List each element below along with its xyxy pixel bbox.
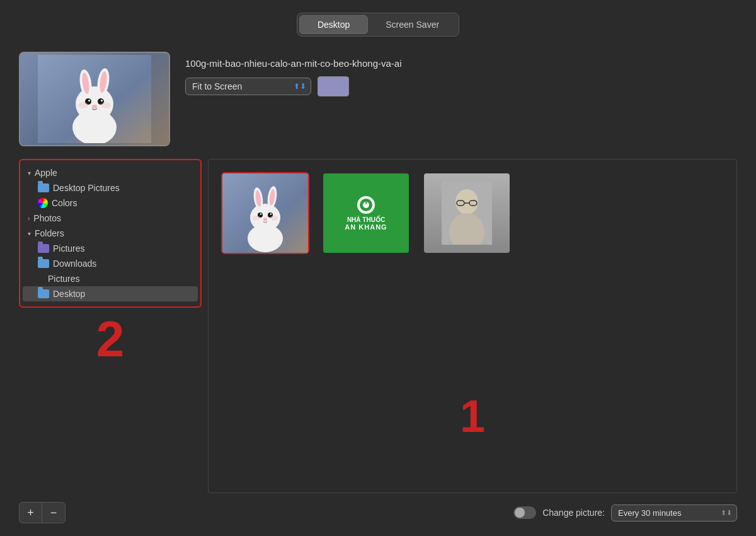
pharmacy-circle-icon — [357, 196, 375, 214]
bunny-grid-svg — [222, 173, 308, 253]
sidebar-pictures2-label: Pictures — [48, 274, 80, 284]
tab-desktop[interactable]: Desktop — [299, 15, 368, 34]
label-1: 1 — [460, 390, 485, 442]
svg-point-14 — [101, 102, 111, 108]
tab-screen-saver[interactable]: Screen Saver — [368, 15, 457, 34]
bottom-right: Change picture: Every 30 minutes Every 5… — [513, 504, 737, 521]
change-picture-row: Change picture: Every 30 minutes Every 5… — [513, 504, 737, 521]
color-swatch[interactable] — [318, 76, 349, 96]
sidebar-folders-label: Folders — [35, 228, 64, 238]
plus-minus-buttons: + − — [19, 502, 66, 523]
bottom-section: ▾ Apple Desktop Pictures Colors › Photos — [19, 159, 737, 493]
wallpaper-preview — [19, 52, 170, 146]
preview-image — [20, 53, 169, 145]
folder-downloads-icon — [38, 259, 49, 268]
sidebar-item-folders[interactable]: ▾ Folders — [23, 226, 198, 241]
colors-circle-icon — [38, 198, 48, 208]
pharmacy-line2: AN KHANG — [345, 223, 387, 231]
apple-chevron-icon: ▾ — [28, 170, 31, 177]
sidebar-item-apple[interactable]: ▾ Apple — [23, 165, 198, 180]
folder-desktop-icon — [38, 289, 49, 298]
sidebar-item-pictures[interactable]: Pictures — [23, 241, 198, 256]
sidebar-colors-label: Colors — [52, 198, 77, 208]
svg-point-28 — [253, 216, 260, 221]
svg-point-25 — [260, 213, 261, 214]
sidebar-apple-label: Apple — [35, 168, 57, 178]
svg-point-11 — [101, 100, 103, 102]
filename-label: 100g-mit-bao-nhieu-calo-an-mit-co-beo-kh… — [185, 58, 402, 69]
svg-point-33 — [455, 189, 478, 214]
sidebar-item-photos[interactable]: › Photos — [23, 211, 198, 226]
fit-select[interactable]: Fit to Screen Fill Screen Stretch to Fil… — [185, 78, 311, 95]
grid-thumb-person[interactable] — [423, 172, 511, 254]
sidebar-item-colors[interactable]: Colors — [23, 195, 198, 211]
folder-pictures-icon — [38, 244, 49, 253]
tab-bar: Desktop Screen Saver — [297, 13, 459, 37]
sidebar: ▾ Apple Desktop Pictures Colors › Photos — [19, 159, 202, 308]
sidebar-item-pictures2[interactable]: Pictures — [23, 271, 198, 286]
folders-chevron-icon: ▾ — [28, 230, 31, 237]
fit-row: Fit to Screen Fill Screen Stretch to Fil… — [185, 76, 402, 96]
folder-icon — [38, 184, 49, 192]
pharmacy-thumb-image: NHÀ THUỐC AN KHANG — [323, 173, 409, 253]
interval-select-wrapper[interactable]: Every 30 minutes Every 5 minutes Every h… — [611, 504, 737, 521]
svg-point-29 — [270, 216, 278, 221]
sidebar-downloads-label: Downloads — [53, 259, 96, 269]
pharmacy-line1: NHÀ THUỐC — [345, 216, 387, 223]
image-grid: NHÀ THUỐC AN KHANG — [208, 159, 737, 493]
sidebar-desktop-label: Desktop — [53, 289, 85, 299]
pharmacy-text: NHÀ THUỐC AN KHANG — [345, 216, 387, 231]
grid-thumb-bunny[interactable] — [221, 172, 309, 254]
svg-point-10 — [88, 100, 90, 102]
sidebar-item-desktop[interactable]: Desktop — [23, 286, 198, 301]
change-picture-label: Change picture: — [542, 508, 605, 518]
sidebar-pictures-label: Pictures — [53, 243, 85, 253]
sidebar-outer: ▾ Apple Desktop Pictures Colors › Photos — [19, 159, 202, 493]
interval-select[interactable]: Every 30 minutes Every 5 minutes Every h… — [611, 504, 737, 521]
svg-point-26 — [270, 213, 272, 214]
remove-button[interactable]: − — [42, 503, 65, 523]
main-content: 100g-mit-bao-nhieu-calo-an-mit-co-beo-kh… — [19, 52, 737, 523]
person-svg — [442, 182, 492, 245]
label-2: 2 — [19, 314, 202, 364]
svg-point-12 — [92, 105, 97, 108]
grid-thumb-pharmacy[interactable]: NHÀ THUỐC AN KHANG — [322, 172, 410, 254]
bunny-thumb-image — [222, 173, 308, 253]
photos-chevron-icon: › — [28, 215, 30, 222]
svg-point-13 — [78, 102, 88, 108]
bunny-preview-svg — [38, 55, 151, 143]
svg-point-27 — [263, 218, 267, 221]
add-button[interactable]: + — [20, 503, 42, 523]
sidebar-photos-label: Photos — [33, 213, 61, 223]
info-section: 100g-mit-bao-nhieu-calo-an-mit-co-beo-kh… — [185, 52, 402, 96]
sidebar-desktop-pictures-label: Desktop Pictures — [53, 183, 120, 193]
fit-select-wrapper[interactable]: Fit to Screen Fill Screen Stretch to Fil… — [185, 78, 311, 95]
sidebar-item-downloads[interactable]: Downloads — [23, 256, 198, 271]
bottom-bar: + − Change picture: Every 30 minutes Eve… — [19, 502, 737, 523]
top-section: 100g-mit-bao-nhieu-calo-an-mit-co-beo-kh… — [19, 52, 737, 146]
sidebar-item-desktop-pictures[interactable]: Desktop Pictures — [23, 180, 198, 195]
change-picture-toggle[interactable] — [513, 506, 536, 519]
person-thumb-image — [424, 173, 510, 253]
